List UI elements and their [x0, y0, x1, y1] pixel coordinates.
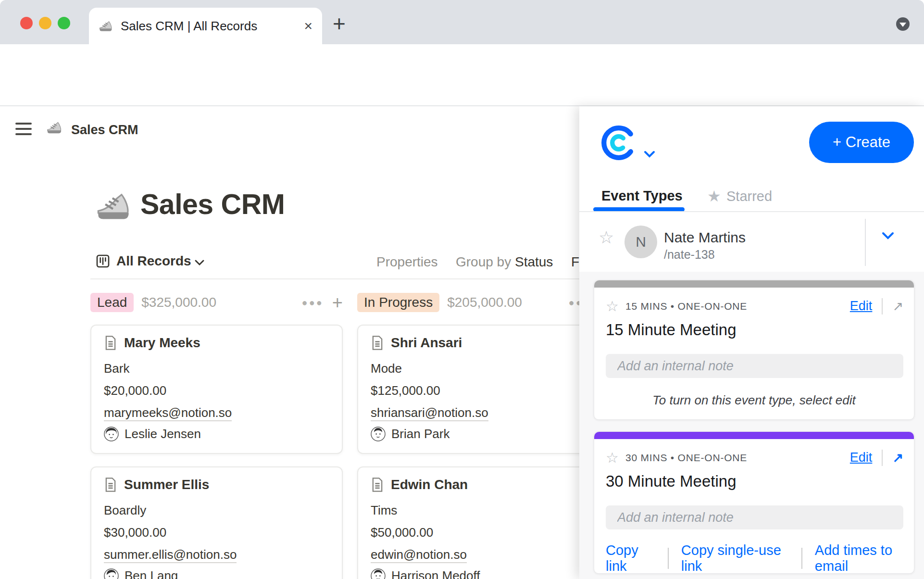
card-email[interactable]: summer.ellis@notion.so	[104, 546, 329, 563]
browser-toolbar: ← → ↻ notion.so /camacme/6de9fb745445434…	[0, 44, 924, 71]
event-card-15min: ☆ 15 MINS • ONE-ON-ONE Edit ↗ 15 Minute …	[594, 280, 914, 420]
kanban-board: Lead $325,000.00 ●●● + Mary Meeks Bark $…	[90, 290, 610, 579]
event-meta-row: ☆ 15 MINS • ONE-ON-ONE Edit ↗	[606, 298, 903, 315]
card-name: Mary Meeks	[124, 335, 200, 351]
screenshot-root: { "browser": { "tab_title": "Sales CRM |…	[0, 0, 924, 579]
column-menu-icon[interactable]: ●●●	[302, 297, 324, 308]
internal-note-input[interactable]	[606, 354, 903, 378]
card-company: Mode	[371, 360, 596, 377]
profile-chevron-down-icon[interactable]	[881, 231, 895, 240]
event-star-icon[interactable]: ☆	[606, 449, 619, 466]
event-hint: To turn on this event type, select edit	[594, 393, 914, 408]
event-star-icon[interactable]: ☆	[606, 298, 619, 315]
record-card[interactable]: Mary Meeks Bark $20,000.00 marymeeks@not…	[90, 325, 343, 454]
column-header: In Progress $205,000.00 ●●● +	[357, 290, 610, 315]
profile-name: Nate Martins	[664, 229, 746, 246]
card-amount: $30,000.00	[104, 524, 329, 541]
edit-link[interactable]: Edit	[850, 299, 873, 314]
record-card[interactable]: Summer Ellis Boardly $30,000.00 summer.e…	[90, 466, 343, 579]
hamburger-menu-icon[interactable]	[15, 123, 32, 135]
card-name: Edwin Chan	[391, 477, 468, 492]
browser-tab[interactable]: Sales CRM | All Records ×	[89, 8, 322, 44]
bookmarks-bar: Apps Reading List	[0, 71, 924, 106]
view-selector[interactable]: All Records	[116, 253, 191, 269]
column-header: Lead $325,000.00 ●●● +	[90, 290, 343, 315]
card-owner: Leslie Jensen	[104, 427, 329, 441]
open-external-icon[interactable]: ↗	[892, 299, 903, 314]
card-email[interactable]: shriansari@notion.so	[371, 404, 596, 421]
column-add-icon[interactable]: +	[332, 292, 343, 313]
internal-note-input[interactable]	[606, 505, 903, 529]
event-color-bar	[594, 280, 914, 288]
doc-icon	[371, 477, 384, 492]
new-tab-button[interactable]: +	[333, 11, 346, 37]
event-meta-row: ☆ 30 MINS • ONE-ON-ONE Edit ↗	[606, 449, 903, 466]
toolbar-group-by[interactable]: Group by Status	[456, 254, 553, 270]
doc-icon	[104, 335, 117, 351]
account-chevron-down-icon[interactable]	[644, 151, 655, 158]
card-name: Summer Ellis	[124, 477, 209, 492]
status-badge: In Progress	[357, 293, 439, 312]
doc-icon	[371, 335, 384, 351]
open-external-icon[interactable]: ↗	[892, 450, 903, 466]
copy-single-use-link[interactable]: Copy single-use link	[681, 542, 789, 574]
owner-avatar	[104, 568, 119, 579]
event-color-bar	[594, 432, 914, 439]
event-type-list: ☆ 15 MINS • ONE-ON-ONE Edit ↗ 15 Minute …	[579, 272, 924, 579]
card-company: Bark	[104, 360, 329, 377]
card-owner: Harrison Medoff	[371, 568, 596, 579]
record-card[interactable]: Edwin Chan Tims $50,000.00 edwin@notion.…	[357, 466, 610, 579]
tab-close-icon[interactable]: ×	[304, 19, 312, 33]
profile-divider	[865, 219, 866, 266]
board-column-in-progress: In Progress $205,000.00 ●●● + Shri Ansar…	[357, 290, 610, 579]
event-card-30min: ☆ 30 MINS • ONE-ON-ONE Edit ↗ 30 Minute …	[594, 431, 914, 574]
profile-row[interactable]: ☆ N Nate Martins /nate-138	[579, 212, 924, 272]
breadcrumb-page-title[interactable]: Sales CRM	[71, 123, 138, 138]
toolbar-properties[interactable]: Properties	[376, 254, 438, 270]
meta-divider	[882, 298, 883, 315]
topbar-sneaker-icon	[46, 120, 62, 135]
owner-avatar	[371, 568, 386, 579]
card-owner: Ben Lang	[104, 568, 329, 579]
owner-avatar	[104, 427, 119, 441]
board-column-lead: Lead $325,000.00 ●●● + Mary Meeks Bark $…	[90, 290, 343, 579]
card-email[interactable]: marymeeks@notion.so	[104, 404, 329, 421]
card-amount: $125,000.00	[371, 382, 596, 399]
tab-starred[interactable]: Starred	[726, 189, 772, 204]
event-links: Copy link Copy single-use link Add times…	[606, 542, 914, 574]
doc-icon	[104, 477, 117, 492]
profile-avatar: N	[624, 226, 657, 258]
event-meta: 15 MINS • ONE-ON-ONE	[625, 301, 747, 312]
card-company: Tims	[371, 502, 596, 518]
window-zoom-button[interactable]	[58, 17, 70, 29]
record-card[interactable]: Shri Ansari Mode $125,000.00 shriansari@…	[357, 325, 610, 454]
column-total: $205,000.00	[447, 295, 522, 310]
tab-event-types[interactable]: Event Types	[601, 188, 683, 204]
tab-search-icon[interactable]	[896, 17, 910, 31]
page-sneaker-icon[interactable]	[95, 189, 132, 223]
calendly-logo[interactable]	[600, 125, 637, 161]
card-email[interactable]: edwin@notion.so	[371, 546, 596, 563]
starred-tab-star-icon: ★	[707, 187, 721, 205]
window-close-button[interactable]	[20, 17, 33, 29]
edit-link[interactable]: Edit	[850, 450, 873, 465]
window-minimize-button[interactable]	[39, 17, 51, 29]
add-times-to-email-link[interactable]: Add times to email	[815, 542, 914, 574]
page-title: Sales CRM	[140, 188, 285, 221]
tab-favicon-sneaker-icon	[99, 19, 113, 33]
event-meta: 30 MINS • ONE-ON-ONE	[625, 452, 747, 464]
link-divider	[668, 548, 669, 569]
card-amount: $50,000.00	[371, 524, 596, 541]
card-amount: $20,000.00	[104, 382, 329, 399]
profile-slug: /nate-138	[664, 248, 715, 262]
copy-link[interactable]: Copy link	[606, 542, 655, 574]
event-title: 15 Minute Meeting	[606, 321, 737, 339]
create-button[interactable]: + Create	[809, 122, 914, 163]
profile-star-icon[interactable]: ☆	[599, 227, 614, 248]
view-chevron-down-icon[interactable]	[194, 259, 205, 266]
owner-avatar	[371, 427, 386, 441]
calendly-extension-panel: + Create Event Types ★ Starred ☆ N Nate …	[579, 106, 924, 579]
board-view-icon	[95, 253, 111, 269]
card-name: Shri Ansari	[391, 335, 462, 351]
tab-title: Sales CRM | All Records	[121, 19, 304, 34]
